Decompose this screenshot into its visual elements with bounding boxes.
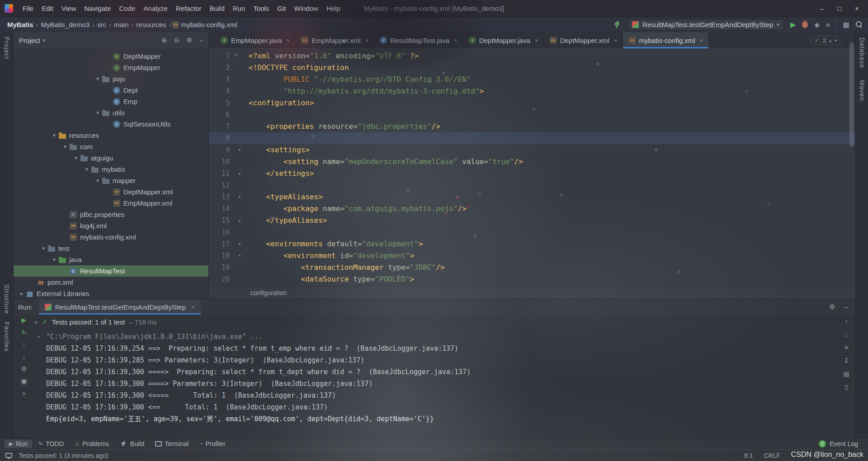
hide-panel-icon[interactable]: – (199, 36, 203, 44)
expand-all-icon[interactable]: » (34, 318, 38, 325)
project-stripe-button[interactable]: Project (3, 37, 10, 60)
run-button[interactable]: ▶ (790, 21, 796, 28)
code-line-13[interactable]: 13▾ <typeAliases> (209, 191, 855, 203)
screenshot-icon[interactable]: ▣ (21, 378, 27, 384)
tree-item-resources[interactable]: ▾resources (14, 130, 208, 141)
fold-marker-icon[interactable]: ▴ (234, 215, 245, 226)
code-line-2[interactable]: 2<!DOCTYPE configuration (209, 62, 855, 74)
debug-button[interactable] (802, 21, 808, 28)
tab-empmapper.java[interactable]: IEmpMapper.java× (215, 32, 296, 48)
build-hammer-icon[interactable] (613, 21, 621, 28)
code-line-6[interactable]: 6 (209, 109, 855, 121)
run-config-selector[interactable]: ResultMapTest.testGetEmpAndDeptByStep ▾ (627, 19, 784, 30)
more-options-icon[interactable]: » (22, 390, 26, 396)
menu-view[interactable]: View (57, 3, 80, 14)
chevron-down-icon[interactable]: ▾ (835, 38, 837, 43)
event-log-button[interactable]: Event Log (830, 440, 858, 447)
tool-window-button-run[interactable]: ▶Run (5, 440, 32, 448)
breadcrumb-configuration[interactable]: configuration (250, 289, 287, 296)
close-button[interactable]: × (855, 5, 859, 12)
close-icon[interactable]: × (191, 304, 195, 310)
editor-scrollbar[interactable] (849, 34, 854, 297)
menu-edit[interactable]: Edit (38, 3, 57, 14)
search-icon[interactable] (856, 21, 863, 28)
soft-wrap-icon[interactable]: ≡ (844, 344, 848, 351)
caret-position[interactable]: 8:1 (744, 452, 753, 459)
tree-item-utils[interactable]: ▾utils (14, 107, 208, 118)
gear-icon[interactable]: ⚙ (21, 366, 27, 372)
tree-item-external-libraries[interactable]: ▸▤External Libraries (14, 288, 208, 299)
code-line-14[interactable]: 14 <package name="com.atguigu.mybatis.po… (209, 203, 855, 215)
menu-tools[interactable]: Tools (249, 3, 273, 14)
tree-item-sqlsessionutils[interactable]: CSqlSessionUtils (14, 118, 208, 130)
fold-marker-icon[interactable]: ▾ (234, 250, 245, 262)
locate-file-icon[interactable]: ⊕ (161, 36, 167, 44)
breadcrumb-mybatis-config.xml[interactable]: mybatis-config.xml (179, 19, 239, 30)
chevron-down-icon[interactable]: ▾ (39, 245, 48, 251)
code-line-4[interactable]: 4 "http://mybatis.org/dtd/mybatis-3-conf… (209, 85, 855, 97)
tree-item-log4j.xml[interactable]: <>log4j.xml (14, 220, 208, 231)
tree-item-empmapper[interactable]: IEmpMapper (14, 62, 208, 73)
close-icon[interactable]: × (287, 37, 290, 44)
code-line-3[interactable]: 3 PUBLIC "-//mybatis.org//DTD Config 3.0… (209, 74, 855, 85)
breadcrumb-mybatis[interactable]: MyBatis (5, 19, 35, 30)
clear-console-icon[interactable]: ▯ (844, 384, 848, 390)
code-line-7[interactable]: 7 <properties resource="jdbc.properties"… (209, 121, 855, 132)
favorites-stripe-button[interactable]: Favorites (3, 322, 10, 352)
code-line-17[interactable]: 17▾ <environments default="development"> (209, 238, 855, 250)
tool-window-button-todo[interactable]: ✎TODO (34, 440, 68, 448)
maximize-button[interactable]: □ (837, 5, 841, 12)
scrollbar-thumb[interactable] (849, 42, 854, 147)
console-output[interactable]: ▾"C:\Program Files\Java\jdk1.8.0_131\bin… (34, 329, 837, 438)
code-line-20[interactable]: 20 <dataSource type="POOLED"> (209, 273, 855, 285)
chevron-down-icon[interactable]: ▾ (93, 178, 102, 183)
menu-help[interactable]: Help (322, 3, 344, 14)
tree-item-mybatis[interactable]: ▾mybatis (14, 164, 208, 175)
code-line-8[interactable]: 8 (209, 132, 855, 144)
next-test-icon[interactable]: ↓ (23, 353, 26, 360)
fold-marker-icon[interactable]: ▾ (234, 238, 245, 250)
tree-item-resultmaptest[interactable]: CResultMapTest (14, 265, 208, 277)
inspections-widget[interactable]: ✓ 2 ▴ ▾ (810, 36, 842, 45)
structure-stripe-button[interactable]: Structure (3, 284, 10, 314)
tree-item-pom.xml[interactable]: mpom.xml (14, 277, 208, 288)
tree-item-deptmapper.xml[interactable]: <>DeptMapper.xml (14, 186, 208, 198)
chevron-up-icon[interactable]: ▴ (829, 38, 831, 43)
tab-deptmapper.java[interactable]: IDeptMapper.java× (463, 32, 544, 48)
fold-marker-icon[interactable]: ▾ (234, 191, 245, 203)
menu-git[interactable]: Git (273, 3, 290, 14)
gear-icon[interactable]: ⚙ (829, 303, 835, 311)
breadcrumb-main[interactable]: main (112, 19, 131, 30)
fold-marker-icon[interactable]: ▾ (234, 144, 245, 156)
menu-navigate[interactable]: Navigate (80, 3, 115, 14)
close-icon[interactable]: × (700, 37, 703, 44)
tab-resultmaptest.java[interactable]: CResultMapTest.java× (374, 32, 463, 48)
tool-window-button-terminal[interactable]: Terminal (151, 440, 193, 448)
previous-test-icon[interactable]: ↑ (23, 341, 26, 348)
code-line-19[interactable]: 19 <transactionManager type="JDBC"/> (209, 262, 855, 273)
line-separator-indicator[interactable]: CRLF (764, 452, 780, 459)
tree-item-deptmapper[interactable]: IDeptMapper (14, 51, 208, 62)
chevron-down-icon[interactable]: ▾ (43, 38, 46, 43)
menu-run[interactable]: Run (229, 3, 250, 14)
code-line-10[interactable]: 10 <setting name="mapUnderscoreToCamelCa… (209, 156, 855, 168)
close-icon[interactable]: × (365, 37, 369, 44)
fold-marker-icon[interactable]: ▾ (37, 331, 40, 343)
menu-file[interactable]: File (19, 3, 38, 14)
scroll-up-icon[interactable]: ↑ (845, 318, 848, 325)
chevron-down-icon[interactable]: ▾ (71, 155, 80, 161)
close-icon[interactable]: × (535, 37, 538, 44)
status-message[interactable]: Tests passed: 1 (3 minutes ago) (19, 452, 108, 459)
code-line-1[interactable]: 1<?xml version="1.0" encoding="UTF-8" ?> (209, 50, 855, 62)
rerun-icon[interactable]: ▶ (22, 317, 27, 323)
chevron-down-icon[interactable]: ▾ (93, 76, 102, 82)
menu-code[interactable]: Code (115, 3, 139, 14)
tool-windows-grid-icon[interactable]: ▦ (843, 21, 849, 28)
tree-item-emp[interactable]: CEmp (14, 96, 208, 107)
breadcrumb-src[interactable]: src (95, 19, 108, 30)
gear-icon[interactable]: ⚙ (186, 36, 192, 44)
tree-item-java[interactable]: ▾java (14, 254, 208, 265)
code-line-12[interactable]: 12 (209, 179, 855, 191)
minimize-button[interactable]: – (820, 5, 824, 12)
tree-item-mybatis-config.xml[interactable]: <>mybatis-config.xml (14, 231, 208, 243)
